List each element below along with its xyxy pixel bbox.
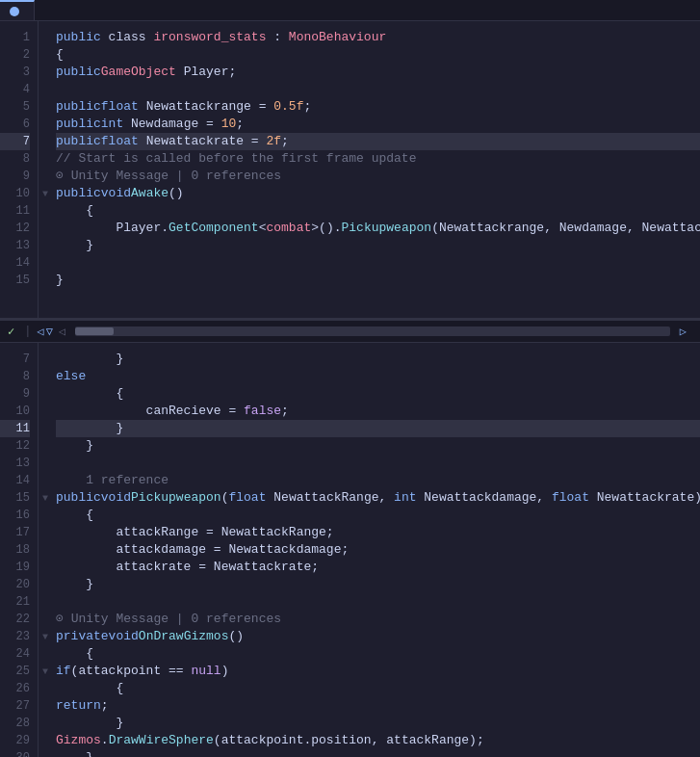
code-line: { xyxy=(56,507,700,524)
fold-marker xyxy=(39,64,52,81)
line-number: 13 xyxy=(0,455,30,472)
code-line: attackdamage = Newattackdamage; xyxy=(56,541,700,559)
line-number: 14 xyxy=(0,254,30,272)
fold-marker xyxy=(39,272,52,289)
top-code-content: public class ironsword_stats : MonoBehav… xyxy=(52,21,700,318)
fold-marker xyxy=(39,559,52,576)
code-line: Player.GetComponent<combat>().Pickupweap… xyxy=(56,220,700,237)
code-line: if(attackpoint == null) xyxy=(56,663,700,680)
line-number: 8 xyxy=(0,368,30,385)
fold-marker xyxy=(39,351,52,368)
line-number: 16 xyxy=(0,507,30,524)
code-line: return; xyxy=(56,697,700,715)
fold-marker xyxy=(39,541,52,559)
code-line: ⊙ Unity Message | 0 references xyxy=(56,611,700,628)
scroll-right-arrow[interactable]: ▷ xyxy=(680,325,687,339)
code-line: } xyxy=(56,576,700,593)
bottom-code-content: } else { canRecieve = false; } } 1 refer… xyxy=(52,343,700,757)
code-line: { xyxy=(56,202,700,220)
fold-marker xyxy=(39,385,52,403)
line-number: 12 xyxy=(0,220,30,237)
fold-marker xyxy=(39,46,52,64)
bottom-line-numbers: 7891011121314151617181920212223242526272… xyxy=(0,343,39,757)
line-number: 18 xyxy=(0,541,30,559)
fold-marker xyxy=(39,368,52,385)
code-line: { xyxy=(56,645,700,663)
fold-marker xyxy=(39,220,52,237)
fold-marker xyxy=(39,524,52,541)
code-line: } xyxy=(56,420,700,437)
line-number: 12 xyxy=(0,437,30,455)
scroll-left-arrow[interactable]: ◁ xyxy=(59,325,65,339)
line-number: 5 xyxy=(0,98,30,116)
line-number: 7 xyxy=(0,133,30,150)
code-line: public class ironsword_stats : MonoBehav… xyxy=(56,29,700,46)
line-number: 11 xyxy=(0,420,30,437)
line-number: 1 xyxy=(0,29,30,46)
code-line xyxy=(56,593,700,611)
code-line: } xyxy=(56,351,700,368)
code-line: private void OnDrawGizmos() xyxy=(56,628,700,645)
code-line: } xyxy=(56,237,700,254)
horizontal-scrollbar[interactable] xyxy=(75,326,670,336)
line-number: 10 xyxy=(0,403,30,420)
fold-marker xyxy=(39,133,52,150)
nav-arrows[interactable]: ◁ ▽ xyxy=(37,325,52,339)
fold-marker xyxy=(39,697,52,715)
line-number: 19 xyxy=(0,559,30,576)
fold-marker xyxy=(39,593,52,611)
bottom-code-panel: 7891011121314151617181920212223242526272… xyxy=(0,343,700,757)
line-number: 24 xyxy=(0,645,30,663)
fold-marker[interactable]: ▼ xyxy=(39,185,52,202)
editor-container: 123456789101112131415 ▼ public class iro… xyxy=(0,0,700,757)
line-number: 17 xyxy=(0,524,30,541)
tab-bar xyxy=(0,0,700,21)
line-number: 29 xyxy=(0,732,30,749)
code-line: public int Newdamage = 10; xyxy=(56,116,700,133)
code-line: public float Newattackrange = 0.5f; xyxy=(56,98,700,116)
code-line xyxy=(56,81,700,98)
fold-marker xyxy=(39,749,52,757)
fold-marker[interactable]: ▼ xyxy=(39,663,52,680)
code-line: public void Awake() xyxy=(56,185,700,202)
code-line: canRecieve = false; xyxy=(56,403,700,420)
code-line: { xyxy=(56,46,700,64)
fold-marker xyxy=(39,254,52,272)
line-number: 30 xyxy=(0,749,30,757)
code-line: Gizmos.DrawWireSphere(attackpoint.positi… xyxy=(56,732,700,749)
line-number: 9 xyxy=(0,168,30,185)
line-number: 3 xyxy=(0,64,30,81)
line-number: 11 xyxy=(0,202,30,220)
fold-marker xyxy=(39,472,52,489)
line-number: 13 xyxy=(0,237,30,254)
fold-marker xyxy=(39,611,52,628)
fold-marker xyxy=(39,507,52,524)
fold-marker xyxy=(39,81,52,98)
fold-marker[interactable]: ▼ xyxy=(39,628,52,645)
fold-marker xyxy=(39,732,52,749)
tab-unity-script[interactable] xyxy=(0,0,35,20)
fold-marker[interactable]: ▼ xyxy=(39,489,52,507)
fold-marker xyxy=(39,420,52,437)
code-line: 1 reference xyxy=(56,472,700,489)
fold-marker xyxy=(39,403,52,420)
code-line: } xyxy=(56,749,700,757)
fold-marker xyxy=(39,455,52,472)
fold-marker xyxy=(39,29,52,46)
code-line: public float Newattackrate = 2f; xyxy=(56,133,700,150)
next-arrow-icon[interactable]: ▽ xyxy=(46,325,53,339)
line-number: 10 xyxy=(0,185,30,202)
code-line: ⊙ Unity Message | 0 references xyxy=(56,168,700,185)
code-line: public GameObject Player; xyxy=(56,64,700,81)
prev-arrow-icon[interactable]: ◁ xyxy=(37,325,43,339)
code-line: } xyxy=(56,437,700,455)
tab-icon xyxy=(10,7,19,16)
code-line xyxy=(56,455,700,472)
line-number: 7 xyxy=(0,351,30,368)
code-line: attackrate = Newattackrate; xyxy=(56,559,700,576)
line-number: 4 xyxy=(0,81,30,98)
top-line-numbers: 123456789101112131415 xyxy=(0,21,39,318)
code-line xyxy=(56,254,700,272)
status-bar: ✓ | ◁ ▽ ◁ ▷ xyxy=(0,320,700,343)
fold-marker xyxy=(39,202,52,220)
